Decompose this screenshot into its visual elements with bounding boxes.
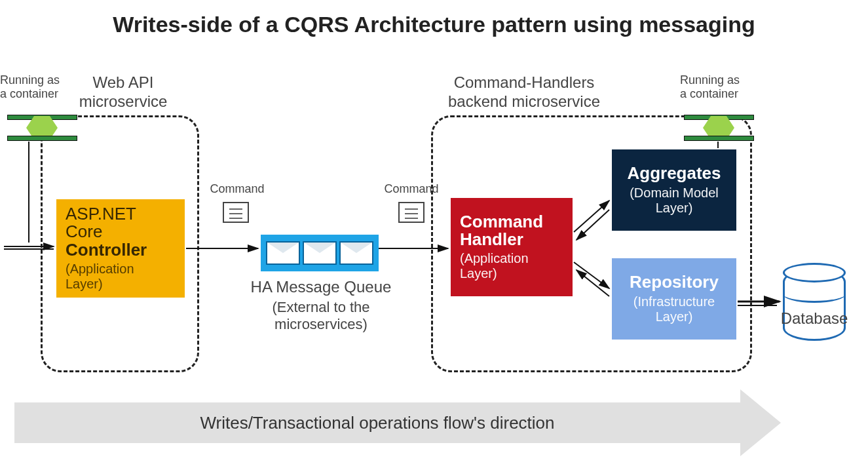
repository-title: Repository (630, 273, 719, 291)
web-api-microservice-label: Web API microservice (77, 73, 169, 111)
controller-line2: Controller (66, 241, 176, 259)
aspnet-core-controller-box: ASP.NET Core Controller (Application Lay… (56, 199, 185, 298)
handler-sub: (Application Layer) (460, 251, 563, 281)
repository-sub: (Infrastructure Layer) (633, 294, 715, 324)
flow-direction-arrow: Writes/Transactional operations flow's d… (14, 402, 740, 443)
aggregates-box: Aggregates (Domain Model Layer) (612, 149, 736, 231)
command-label: Command (204, 182, 270, 196)
envelope-icon (304, 243, 335, 263)
repository-box: Repository (Infrastructure Layer) (612, 258, 736, 340)
queue-sub: (External to the microservices) (249, 299, 393, 334)
handler-title: Command Handler (460, 213, 563, 249)
flow-direction-text: Writes/Transactional operations flow's d… (200, 413, 554, 433)
diagram-title: Writes-side of a CQRS Architecture patte… (0, 12, 868, 37)
envelope-icon (267, 243, 299, 263)
memo-icon (398, 202, 425, 223)
running-as-container-right-label: Running as a container (680, 73, 744, 100)
message-queue (261, 235, 379, 271)
container-icon (685, 115, 753, 140)
aggregates-sub: (Domain Model Layer) (630, 185, 719, 216)
database-cylinder (783, 269, 846, 341)
command-label: Command (379, 182, 444, 196)
command-handler-box: Command Handler (Application Layer) (451, 198, 573, 296)
aggregates-title: Aggregates (627, 165, 721, 182)
controller-sub: (Application Layer) (66, 262, 176, 292)
queue-title: HA Message Queue (249, 278, 393, 297)
container-icon (8, 115, 77, 140)
controller-line1: ASP.NET Core (66, 205, 176, 241)
memo-icon (223, 202, 249, 223)
running-as-container-left-label: Running as a container (0, 73, 64, 100)
envelope-icon (341, 243, 372, 263)
database-label: Database (774, 309, 854, 328)
backend-microservice-label: Command-Handlers backend microservice (419, 73, 629, 111)
